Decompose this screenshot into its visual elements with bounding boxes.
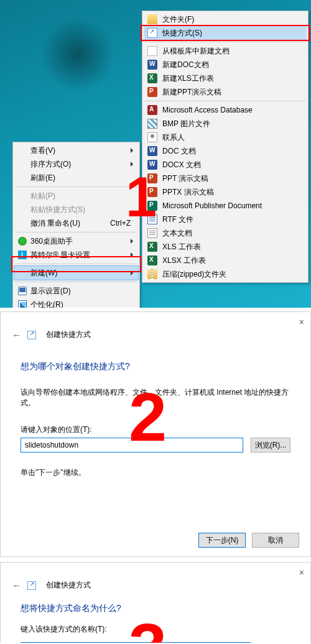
submenu-item-label: DOCX 文档 [162,160,201,170]
submenu-item[interactable]: RTF 文件 [144,213,307,226]
wizard-footer: 下一步(N) 取消 [198,533,299,548]
submenu-item[interactable]: BMP 图片文件 [144,117,307,131]
submenu-item-label: 从模板库中新建文档 [162,46,230,57]
annotation-number-3: 3 [129,614,167,643]
chevron-right-icon [131,270,133,275]
submenu-item-label: 快捷方式(S) [162,28,202,39]
submenu-item-label: 新建XLS工作表 [162,73,214,84]
submenu-item-label: Microsoft Publisher Document [162,201,262,210]
submenu-item-label: RTF 文件 [162,214,193,225]
menu-separator [15,282,137,282]
submenu-item-label: PPT 演示文稿 [162,173,208,184]
submenu-item-label: 压缩(zipped)文件夹 [162,269,226,280]
submenu-item[interactable]: 从模板库中新建文档 [144,44,307,58]
chevron-right-icon [131,148,133,153]
submenu-item-label: 文本文档 [162,228,192,239]
submenu-item[interactable]: 压缩(zipped)文件夹 [144,267,307,281]
submenu-item[interactable]: 文件夹(F) [144,12,307,26]
context-menu-item[interactable]: 个性化(R) [14,298,138,308]
submenu-item[interactable]: 新建PPT演示文稿 [144,85,307,99]
wallpaper-decoration [22,0,133,111]
submenu-item[interactable]: XLSX 工作表 [144,254,307,267]
back-button[interactable]: ← [12,329,21,340]
menu-item-label: 粘贴快捷方式(S) [30,205,85,215]
menu-item-label: 个性化(R) [30,300,63,308]
context-menu-item[interactable]: 360桌面助手 [14,234,138,248]
submenu-item[interactable]: 联系人 [144,131,307,144]
cancel-button[interactable]: 取消 [252,533,299,548]
desktop-context-menu: 查看(V)排序方式(O)刷新(E)粘贴(P)粘贴快捷方式(S)撤消 重命名(U)… [12,142,140,308]
submenu-item[interactable]: XLS 工作表 [144,240,307,254]
context-menu-item: 粘贴快捷方式(S) [14,203,138,216]
menu-item-label: 刷新(E) [30,173,55,183]
context-menu-item[interactable]: 撤消 重命名(U)Ctrl+Z [14,216,138,230]
submenu-item-label: 联系人 [162,132,185,143]
txt-icon [147,228,157,238]
submenu-item[interactable]: Microsoft Access Database [144,103,307,117]
annotation-number-1: 1 [126,169,157,225]
create-shortcut-wizard-step2: × ← 创建快捷方式 想将快捷方式命名为什么? 键入该快捷方式的名称(T): 3 [0,562,311,643]
submenu-item-label: 新建PPT演示文稿 [162,87,221,98]
close-button[interactable]: × [299,568,304,577]
submenu-item[interactable]: DOCX 文档 [144,158,307,172]
menu-item-label: 查看(V) [30,145,55,156]
menu-separator [15,232,137,232]
context-menu-item: 粘贴(P) [14,189,138,203]
menu-item-label: 360桌面助手 [30,236,73,247]
menu-separator [144,42,306,42]
generic-icon [147,46,157,56]
excel-icon [147,242,157,252]
menu-item-label: 粘贴(P) [30,191,55,201]
display-icon [18,287,27,295]
shortcut-icon [147,28,157,38]
submenu-item[interactable]: PPT 演示文稿 [144,172,307,185]
submenu-item-label: XLS 工作表 [162,242,201,252]
menu-item-label: 撤消 重命名(U) [30,218,80,229]
zip-icon [147,269,157,279]
new-submenu: 文件夹(F)快捷方式(S)从模板库中新建文档新建DOC文档新建XLS工作表新建P… [142,11,309,283]
next-button[interactable]: 下一步(N) [198,533,246,548]
submenu-item[interactable]: PPTX 演示文稿 [144,185,307,199]
annotation-number-2: 2 [129,383,167,451]
context-menu-item[interactable]: 新建(W) [14,266,138,280]
context-menu-item[interactable]: 排序方式(O) [14,157,138,171]
shortcut-icon [27,581,36,590]
wizard-header: ← 创建快捷方式 [1,563,310,596]
menu-separator [15,186,137,187]
create-shortcut-wizard-step1: × ← 创建快捷方式 想为哪个对象创建快捷方式? 该向导帮你创建本地或网络程序、… [0,311,311,557]
submenu-item-label: 文件夹(F) [162,14,194,25]
access-icon [147,105,157,115]
intel-icon [18,251,27,259]
word-icon [147,146,157,156]
context-menu-item[interactable]: 查看(V) [14,144,138,157]
submenu-item-label: DOC 文档 [162,146,196,157]
context-menu-item[interactable]: 英特尔® 显卡设置 [14,248,138,262]
ppt-icon [147,87,157,97]
menu-separator [144,101,306,101]
chevron-right-icon [131,239,133,244]
excel-icon [147,255,157,265]
menu-item-label: 英特尔® 显卡设置 [30,250,90,260]
submenu-item-label: BMP 图片文件 [162,119,210,129]
submenu-item[interactable]: DOC 文档 [144,144,307,158]
chevron-right-icon [131,252,133,257]
menu-item-label: 显示设置(D) [30,286,71,297]
submenu-item[interactable]: Microsoft Publisher Document [144,199,307,213]
back-button[interactable]: ← [12,580,21,591]
close-button[interactable]: × [299,317,304,327]
submenu-item[interactable]: 新建XLS工作表 [144,71,307,85]
context-menu-item[interactable]: 刷新(E) [14,171,138,185]
context-menu-item[interactable]: 显示设置(D) [14,284,138,298]
360-icon [18,237,27,246]
submenu-item-label: 新建DOC文档 [162,60,209,70]
submenu-item-label: Microsoft Access Database [162,106,253,114]
personal-icon [18,300,27,308]
menu-item-label: 排序方式(O) [30,159,71,170]
browse-button[interactable]: 浏览(R)... [251,438,290,453]
menu-item-label: 新建(W) [30,268,57,278]
submenu-item[interactable]: 快捷方式(S) [144,26,307,40]
contact-icon [147,132,157,142]
wizard-hint: 单击"下一步"继续。 [21,467,290,478]
submenu-item[interactable]: 文本文档 [144,226,307,240]
submenu-item[interactable]: 新建DOC文档 [144,58,307,71]
